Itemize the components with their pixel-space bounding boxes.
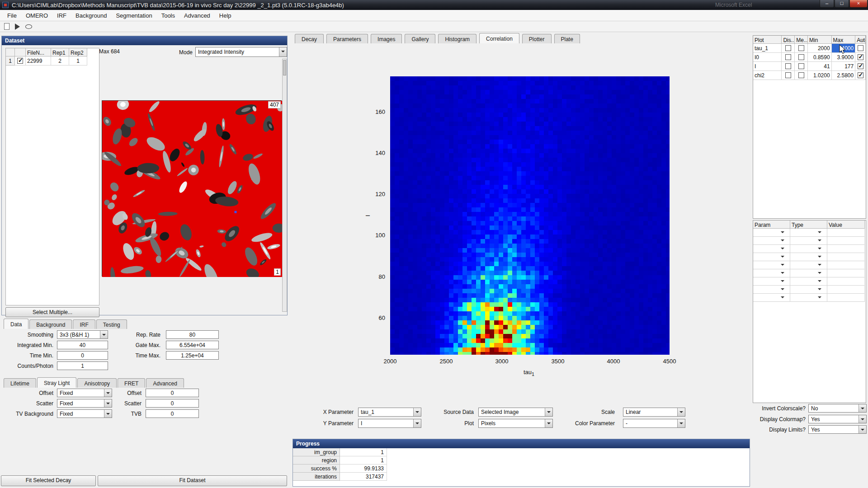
- menu-background[interactable]: Background: [71, 11, 111, 20]
- min-cell[interactable]: 1.0200: [808, 71, 832, 80]
- menu-irf[interactable]: IRF: [52, 11, 71, 20]
- offset-mode-dropdown[interactable]: Fixed: [57, 389, 112, 397]
- chevron-down-icon[interactable]: [818, 239, 821, 243]
- counts-photon-input[interactable]: 1: [57, 361, 108, 370]
- param-cell[interactable]: [753, 237, 790, 245]
- type-cell[interactable]: [790, 261, 827, 269]
- max-cell[interactable]: 177: [832, 62, 856, 71]
- ellipse-roi-icon[interactable]: [25, 24, 32, 29]
- merge-checkbox[interactable]: [798, 72, 804, 78]
- chevron-down-icon[interactable]: [818, 231, 821, 235]
- min-cell[interactable]: 41: [808, 62, 832, 71]
- scatter-value-input[interactable]: 0: [146, 399, 199, 408]
- tab-plate[interactable]: Plate: [554, 34, 580, 43]
- column-filename[interactable]: FileN...: [26, 48, 51, 56]
- min-cell[interactable]: 2000: [808, 44, 832, 53]
- tab-data[interactable]: Data: [4, 319, 28, 329]
- display-checkbox[interactable]: [785, 63, 791, 69]
- display-checkbox[interactable]: [785, 45, 791, 51]
- min-cell[interactable]: 0.8590: [808, 53, 832, 62]
- type-cell[interactable]: [790, 229, 827, 237]
- chevron-down-icon[interactable]: [781, 264, 784, 267]
- x-parameter-dropdown[interactable]: tau_1: [358, 408, 421, 417]
- tab-plotter[interactable]: Plotter: [522, 34, 552, 43]
- auto-checkbox[interactable]: [858, 45, 863, 51]
- chevron-down-icon[interactable]: [781, 272, 784, 276]
- time-min-input[interactable]: 0: [57, 351, 108, 360]
- tab-decay[interactable]: Decay: [295, 34, 324, 43]
- type-cell[interactable]: [790, 294, 827, 302]
- chevron-down-icon[interactable]: [781, 256, 784, 259]
- chevron-down-icon[interactable]: [818, 280, 821, 284]
- y-parameter-dropdown[interactable]: I: [358, 419, 421, 428]
- merge-checkbox[interactable]: [798, 63, 804, 69]
- menu-tools[interactable]: Tools: [157, 11, 179, 20]
- param-cell[interactable]: [753, 261, 790, 269]
- new-figure-icon[interactable]: [4, 23, 9, 30]
- intensity-image-canvas[interactable]: [102, 101, 282, 277]
- tab-histogram[interactable]: Histogram: [438, 34, 476, 43]
- tab-background[interactable]: Background: [29, 319, 72, 329]
- auto-checkbox[interactable]: [858, 63, 863, 69]
- dataset-row-checkbox[interactable]: [17, 58, 23, 64]
- mode-dropdown[interactable]: Integrated Intensity: [195, 47, 287, 57]
- source-data-dropdown[interactable]: Selected Image: [478, 408, 553, 417]
- tab-fret[interactable]: FRET: [118, 378, 145, 388]
- smoothing-dropdown[interactable]: 3x3 (B&H 1): [57, 330, 108, 339]
- chevron-down-icon[interactable]: [818, 248, 821, 251]
- menu-help[interactable]: Help: [215, 11, 236, 20]
- tab-lifetime[interactable]: Lifetime: [4, 378, 36, 388]
- close-button[interactable]: ×: [849, 0, 868, 8]
- param-cell[interactable]: [753, 253, 790, 261]
- chevron-down-icon[interactable]: [818, 264, 821, 267]
- chevron-down-icon[interactable]: [781, 231, 784, 235]
- fit-dataset-button[interactable]: Fit Dataset: [98, 475, 287, 486]
- scatter-mode-dropdown[interactable]: Fixed: [57, 399, 112, 408]
- display-checkbox[interactable]: [785, 54, 791, 60]
- type-cell[interactable]: [790, 277, 827, 286]
- slider-thumb[interactable]: [283, 60, 286, 75]
- type-cell[interactable]: [790, 286, 827, 294]
- color-parameter-dropdown[interactable]: -: [623, 419, 685, 428]
- param-cell[interactable]: [753, 286, 790, 294]
- param-cell[interactable]: [753, 245, 790, 253]
- intensity-image[interactable]: 407 1: [102, 100, 282, 277]
- menu-segmentation[interactable]: Segmentation: [111, 11, 156, 20]
- maximize-button[interactable]: □: [835, 0, 849, 8]
- tab-correlation[interactable]: Correlation: [479, 33, 519, 43]
- auto-checkbox[interactable]: [858, 72, 863, 78]
- dataset-rep1[interactable]: 2: [51, 56, 69, 66]
- param-cell[interactable]: [753, 269, 790, 277]
- plot-dropdown[interactable]: Pixels: [478, 419, 553, 428]
- tab-advanced[interactable]: Advanced: [146, 378, 184, 388]
- tab-testing[interactable]: Testing: [96, 319, 127, 329]
- tab-images[interactable]: Images: [371, 34, 402, 43]
- merge-checkbox[interactable]: [798, 54, 804, 60]
- gate-max-input[interactable]: 6.554e+04: [166, 341, 219, 349]
- dataset-rep2[interactable]: 1: [69, 56, 87, 66]
- display-colormap-dropdown[interactable]: Yes: [808, 415, 867, 423]
- integrated-min-input[interactable]: 40: [57, 341, 108, 349]
- image-plane-slider[interactable]: [282, 59, 287, 312]
- invert-colorscale-dropdown[interactable]: No: [808, 404, 867, 413]
- chevron-down-icon[interactable]: [818, 256, 821, 259]
- fit-selected-decay-button[interactable]: Fit Selected Decay: [1, 475, 96, 486]
- param-cell[interactable]: [753, 294, 790, 302]
- type-cell[interactable]: [790, 253, 827, 261]
- chevron-down-icon[interactable]: [781, 248, 784, 251]
- menu-advanced[interactable]: Advanced: [179, 11, 215, 20]
- run-icon[interactable]: [15, 23, 20, 30]
- rep-rate-input[interactable]: 80: [166, 330, 219, 339]
- menu-file[interactable]: File: [3, 11, 21, 20]
- display-checkbox[interactable]: [785, 72, 791, 78]
- scale-dropdown[interactable]: Linear: [623, 408, 685, 417]
- column-rep1[interactable]: Rep1: [51, 48, 69, 56]
- param-cell[interactable]: [753, 277, 790, 286]
- minimize-button[interactable]: –: [820, 0, 834, 8]
- tvb-mode-dropdown[interactable]: Fixed: [57, 409, 112, 418]
- tab-stray-light[interactable]: Stray Light: [37, 377, 76, 388]
- auto-checkbox[interactable]: [858, 54, 863, 60]
- tvb-value-input[interactable]: 0: [146, 409, 199, 418]
- param-cell[interactable]: [753, 229, 790, 237]
- type-cell[interactable]: [790, 237, 827, 245]
